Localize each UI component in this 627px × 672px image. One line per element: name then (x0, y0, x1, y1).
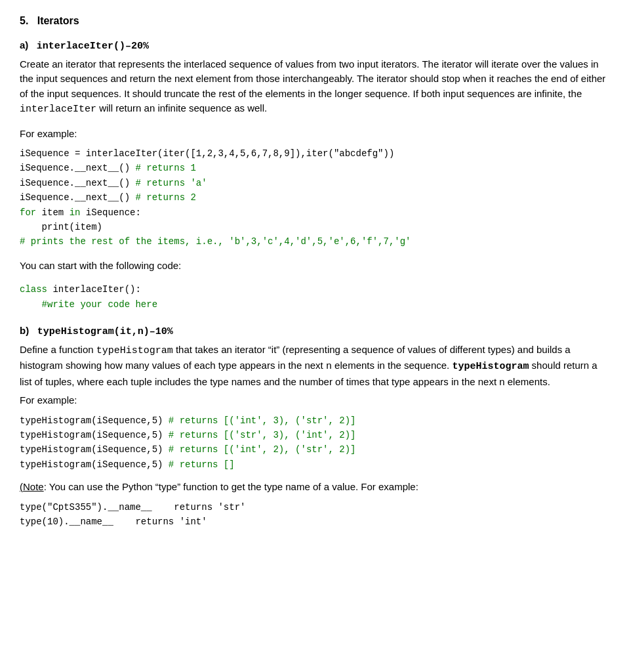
section-header: 5. Iterators (20, 13, 607, 29)
note-text: (Note: You can use the Python “type” fun… (20, 480, 607, 495)
note-code: type("CptS355").__name__ returns 'str' t… (20, 500, 607, 530)
subsection-a-label: a) (20, 39, 28, 51)
code-line-7: # prints the rest of the items, i.e., 'b… (20, 234, 607, 249)
code-line-5: for item in iSequence: (20, 205, 607, 220)
starter-line-1: class interlaceIter(): (20, 282, 607, 297)
starter-line-2: #write your code here (20, 297, 607, 312)
starter-label: You can start with the following code: (20, 259, 607, 274)
code-line-1: iSequence = interlaceIter(iter([1,2,3,4,… (20, 146, 607, 161)
subsection-b-for-example: For example: (20, 393, 607, 408)
code-line-3: iSequence.__next__() # returns 'a' (20, 176, 607, 190)
subsection-b-description: Define a function typeHistogram that tak… (20, 343, 607, 390)
b-code-line-1: typeHistogram(iSequence,5) # returns [('… (20, 413, 607, 428)
b-code-line-3: typeHistogram(iSequence,5) # returns [('… (20, 442, 607, 457)
note-section: (Note: You can use the Python “type” fun… (20, 480, 607, 529)
starter-code: class interlaceIter(): #write your code … (20, 282, 607, 312)
note-code-line-2: type(10).__name__ returns 'int' (20, 514, 607, 529)
subsection-b-name: typeHistogram(it,n)–10% (37, 326, 173, 337)
code-line-6: print(item) (20, 220, 607, 234)
subsection-b-label: b) (20, 325, 29, 336)
subsection-b-code: typeHistogram(iSequence,5) # returns [('… (20, 413, 607, 472)
subsection-a-name: interlaceIter()–20% (37, 41, 149, 52)
b-code-line-2: typeHistogram(iSequence,5) # returns [('… (20, 428, 607, 442)
example-section: For example: iSequence = interlaceIter(i… (20, 127, 607, 249)
subsection-a: a) interlaceIter()–20% Create an iterato… (20, 38, 607, 312)
starter-section: You can start with the following code: c… (20, 259, 607, 312)
code-line-2: iSequence.__next__() # returns 1 (20, 161, 607, 175)
example-label: For example: (20, 127, 607, 142)
code-line-4: iSequence.__next__() # returns 2 (20, 190, 607, 205)
example-code: iSequence = interlaceIter(iter([1,2,3,4,… (20, 146, 607, 249)
b-code-line-4: typeHistogram(iSequence,5) # returns [] (20, 457, 607, 472)
subsection-b: b) typeHistogram(it,n)–10% Define a func… (20, 324, 607, 529)
subsection-a-description: Create an iterator that represents the i… (20, 57, 607, 117)
section-number: 5. (20, 15, 28, 26)
section-title-text: Iterators (37, 15, 79, 26)
note-code-line-1: type("CptS355").__name__ returns 'str' (20, 500, 607, 514)
